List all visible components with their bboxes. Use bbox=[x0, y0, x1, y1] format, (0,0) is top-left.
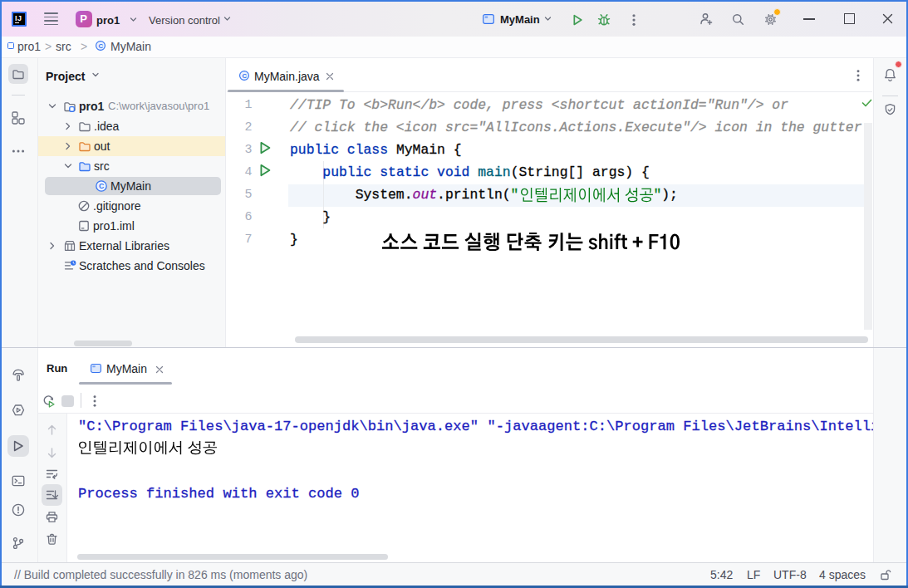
svg-text:C: C bbox=[99, 182, 105, 190]
svg-text:C: C bbox=[242, 72, 247, 80]
svg-text:C: C bbox=[98, 42, 103, 50]
